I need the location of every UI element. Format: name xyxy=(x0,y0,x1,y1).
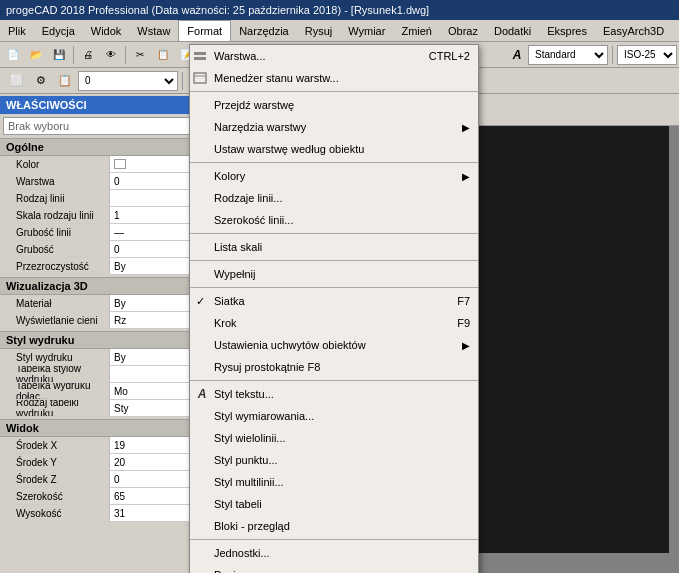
prop-srodek-y: Środek Y 20 xyxy=(0,454,209,471)
prop-grubosc-linii: Grubość linii — xyxy=(0,224,209,241)
warstwa-label: Warstwa... xyxy=(214,50,266,62)
svg-rect-0 xyxy=(194,52,206,55)
krok-shortcut: F9 xyxy=(457,317,470,329)
menu-plik[interactable]: Plik xyxy=(0,20,34,41)
siatka-label: Siatka xyxy=(214,295,245,307)
properties-panel: WŁAŚCIWOŚCI Brak wyboru Ogólne Kolor War… xyxy=(0,96,210,573)
menu-easyarch3d[interactable]: EasyArch3D xyxy=(595,20,672,41)
menu-edycja[interactable]: Edycja xyxy=(34,20,83,41)
menu-przejdz[interactable]: Przejdź warstwę xyxy=(190,94,478,116)
menu-ustaw[interactable]: Ustaw warstwę według obiektu xyxy=(190,138,478,160)
sep-1 xyxy=(190,91,478,92)
rodzaje-label: Rodzaje linii... xyxy=(214,192,282,204)
poziom-label: Poziom... xyxy=(214,569,260,573)
menu-bar: Plik Edycja Widok Wstaw Format Narzędzia… xyxy=(0,20,679,42)
style-combo[interactable]: Standard xyxy=(528,45,608,65)
format-dropdown-menu: Warstwa... CTRL+2 Menedżer stanu warstw.… xyxy=(189,44,479,573)
iso-combo[interactable]: ISO-25 xyxy=(617,45,677,65)
menu-menedzer[interactable]: Menedżer stanu warstw... xyxy=(190,67,478,89)
styl-tekstu-label: Styl tekstu... xyxy=(214,388,274,400)
menu-narzedzia-warstwy[interactable]: Narzędzia warstwy ▶ xyxy=(190,116,478,138)
menu-rysuj-prostokat[interactable]: Rysuj prostokątnie F8 xyxy=(190,356,478,378)
menu-kolory[interactable]: Kolory ▶ xyxy=(190,165,478,187)
menu-zmien[interactable]: Zmień xyxy=(393,20,440,41)
menu-styl-multilinii[interactable]: Styl multilinii... xyxy=(190,471,478,493)
menu-styl-punktu[interactable]: Styl punktu... xyxy=(190,449,478,471)
new-file-button[interactable]: 📄 xyxy=(2,45,24,65)
menu-siatka[interactable]: ✓ Siatka F7 xyxy=(190,290,478,312)
menu-wymiar[interactable]: Wymiar xyxy=(340,20,393,41)
menu-wypelnij[interactable]: Wypełnij xyxy=(190,263,478,285)
warstwa-icon xyxy=(192,48,208,64)
krok-label: Krok xyxy=(214,317,237,329)
przejdz-label: Przejdź warstwę xyxy=(214,99,294,111)
menu-format[interactable]: Format xyxy=(178,20,231,41)
menu-rodzaje[interactable]: Rodzaje linii... xyxy=(190,187,478,209)
layer-state-button[interactable]: 📋 xyxy=(54,71,76,91)
menedzer-icon xyxy=(192,70,208,86)
menu-wstaw[interactable]: Wstaw xyxy=(129,20,178,41)
prop-tabelka-dolac: Tabelka wydruku dołąc... Mo xyxy=(0,383,209,400)
menu-krok[interactable]: Krok F9 xyxy=(190,312,478,334)
prop-material: Materiał By xyxy=(0,295,209,312)
siatka-shortcut: F7 xyxy=(457,295,470,307)
wypelnij-label: Wypełnij xyxy=(214,268,255,280)
menu-ustawienia[interactable]: Ustawienia uchwytów obiektów ▶ xyxy=(190,334,478,356)
menu-obraz[interactable]: Obraz xyxy=(440,20,486,41)
section-widok: Widok Środek X 19 Środek Y 20 Środek Z 0… xyxy=(0,419,209,522)
save-button[interactable]: 💾 xyxy=(48,45,70,65)
preview-button[interactable]: 👁 xyxy=(100,45,122,65)
section-header-wizualizacja: Wizualizacja 3D xyxy=(0,277,209,295)
menu-szerokosc[interactable]: Szerokość linii... xyxy=(190,209,478,231)
menu-warstwa[interactable]: Warstwa... CTRL+2 xyxy=(190,45,478,67)
prop-styl-wydruku: Styl wydruku By xyxy=(0,349,209,366)
prop-skala: Skala rodzaju linii 1 xyxy=(0,207,209,224)
siatka-check: ✓ xyxy=(196,295,205,308)
text-style-button[interactable]: A xyxy=(508,45,526,65)
copy-button[interactable]: 📋 xyxy=(152,45,174,65)
cut-button[interactable]: ✂ xyxy=(129,45,151,65)
menu-styl-wielolinii[interactable]: Styl wielolinii... xyxy=(190,427,478,449)
menu-styl-tekstu[interactable]: A Styl tekstu... xyxy=(190,383,478,405)
layer-combo[interactable]: 0 xyxy=(78,71,178,91)
sep-4 xyxy=(190,260,478,261)
menu-ekspres[interactable]: Ekspres xyxy=(539,20,595,41)
layer-properties-button[interactable]: ⚙ xyxy=(30,71,52,91)
menu-styl-wymiarowania[interactable]: Styl wymiarowania... xyxy=(190,405,478,427)
title-bar: progeCAD 2018 Professional (Data ważnośc… xyxy=(0,0,679,20)
prop-rodzaj-tabelki: Rodzaj tabelki wydruku Sty xyxy=(0,400,209,417)
menu-styl-tabeli[interactable]: Styl tabeli xyxy=(190,493,478,515)
prop-wysokosc: Wysokość 31 xyxy=(0,505,209,522)
prop-srodek-z: Środek Z 0 xyxy=(0,471,209,488)
menu-lista[interactable]: Lista skali xyxy=(190,236,478,258)
prop-rodzaj-linii: Rodzaj linii xyxy=(0,190,209,207)
menu-jednostki[interactable]: Jednostki... xyxy=(190,542,478,564)
open-file-button[interactable]: 📂 xyxy=(25,45,47,65)
styl-tabeli-label: Styl tabeli xyxy=(214,498,262,510)
szerokosc-label: Szerokość linii... xyxy=(214,214,293,226)
menu-rysuj[interactable]: Rysuj xyxy=(297,20,341,41)
section-styl-wydruku: Styl wydruku Styl wydruku By Tabelka sty… xyxy=(0,331,209,417)
menu-narzedzia[interactable]: Narzędzia xyxy=(231,20,297,41)
toolbar-sep-1 xyxy=(73,46,74,64)
layer-icon-button[interactable]: ⬜ xyxy=(6,71,28,91)
sep-5 xyxy=(190,287,478,288)
prop-warstwa: Warstwa 0 xyxy=(0,173,209,190)
section-ogolne: Ogólne Kolor Warstwa 0 Rodzaj linii Skal… xyxy=(0,138,209,275)
title-text: progeCAD 2018 Professional (Data ważnośc… xyxy=(6,4,429,16)
sep-2 xyxy=(190,162,478,163)
toolbar-sep-6 xyxy=(612,46,613,64)
menedzer-label: Menedżer stanu warstw... xyxy=(214,72,339,84)
menu-poziom[interactable]: Poziom... xyxy=(190,564,478,573)
svg-rect-2 xyxy=(194,73,206,83)
menu-bloki[interactable]: Bloki - przegląd xyxy=(190,515,478,537)
section-wizualizacja: Wizualizacja 3D Materiał By Wyświetlanie… xyxy=(0,277,209,329)
search-input[interactable]: Brak wyboru xyxy=(3,117,206,135)
ustawienia-label: Ustawienia uchwytów obiektów xyxy=(214,339,366,351)
menu-dodatki[interactable]: Dodatki xyxy=(486,20,539,41)
print-button[interactable]: 🖨 xyxy=(77,45,99,65)
styl-wielolinii-label: Styl wielolinii... xyxy=(214,432,286,444)
menu-widok[interactable]: Widok xyxy=(83,20,130,41)
narzedzia-arrow: ▶ xyxy=(462,122,470,133)
kolory-label: Kolory xyxy=(214,170,245,182)
